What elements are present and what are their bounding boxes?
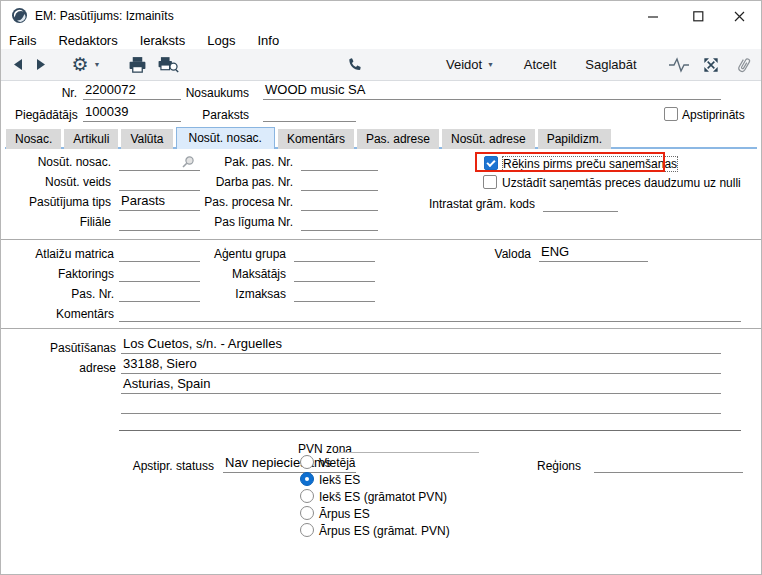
uzstadit-nulli-label[interactable]: Uzstādīt saņemtās preces daudzumu uz nul… <box>502 176 741 190</box>
pak-pas-nr-label: Pak. pas. Nr. <box>193 155 293 169</box>
maksatajs-label: Maksātājs <box>186 267 286 281</box>
maximize-button[interactable] <box>676 1 721 31</box>
menu-logs[interactable]: Logs <box>196 33 246 48</box>
regions-field[interactable] <box>594 455 743 473</box>
phone-button[interactable] <box>343 49 367 80</box>
radio-arpus-es-label[interactable]: Ārpus ES <box>319 507 370 521</box>
minimize-icon <box>648 11 659 22</box>
atcelt-button[interactable]: Atcelt <box>519 49 561 80</box>
address-line-1[interactable]: Los Cuetos, s/n. - Arguelles <box>121 336 721 354</box>
apstiprinats-label: Apstiprināts <box>682 108 745 122</box>
close-icon <box>734 11 745 22</box>
expand-button[interactable] <box>698 49 724 80</box>
pas-liguma-nr-field[interactable] <box>301 213 378 231</box>
menu-info[interactable]: Info <box>246 33 290 48</box>
tab-nosut-nosac[interactable]: Nosūt. nosac. <box>176 127 275 149</box>
activity-button[interactable] <box>666 49 692 80</box>
pasutijuma-tips-label: Pasūtījuma tips <box>11 195 111 209</box>
radio-vieteja[interactable] <box>300 455 314 469</box>
app-window: EM: Pasūtījums: Izmainīts Fails Redaktor… <box>0 0 762 575</box>
valoda-label: Valoda <box>431 247 531 261</box>
expand-icon <box>703 57 719 73</box>
regions-label: Reģions <box>481 459 581 473</box>
pas-liguma-nr-label: Pas līguma Nr. <box>193 215 293 229</box>
nosut-nosac-label: Nosūt. nosac. <box>11 155 111 169</box>
radio-ieks-es[interactable] <box>300 472 314 486</box>
agentu-grupa-label: Aģentu grupa <box>186 247 286 261</box>
menu-bar: Fails Redaktors Ieraksts Logs Info <box>1 31 761 49</box>
tab-nosac[interactable]: Nosac. <box>6 129 61 149</box>
radio-vieteja-label[interactable]: Vietējā <box>319 456 355 470</box>
apstiprinats-checkbox[interactable] <box>664 107 678 121</box>
app-logo-icon <box>11 7 28 28</box>
chevron-down-icon: ▼ <box>487 61 494 68</box>
pvn-zona-group-line <box>338 452 479 453</box>
radio-ieks-es-gramatot-label[interactable]: Iekš ES (grāmatot PVN) <box>319 490 447 504</box>
pas-procesa-nr-label: Pas. procesa Nr. <box>193 195 293 209</box>
pasutisanas-label: Pasūtīšanas <box>16 341 116 355</box>
pas-procesa-nr-field[interactable] <box>301 193 378 211</box>
intrastat-field[interactable] <box>543 194 618 212</box>
tab-artikuli[interactable]: Artikuli <box>64 129 118 149</box>
nosut-veids-field[interactable] <box>119 173 200 191</box>
tab-papildizm[interactable]: Papildizm. <box>538 129 611 149</box>
address-line-2[interactable]: 33188, Siero <box>121 356 721 374</box>
section-divider-dark <box>119 430 741 431</box>
maksatajs-field[interactable] <box>294 264 375 282</box>
print-preview-icon <box>157 56 179 74</box>
uzstadit-nulli-checkbox[interactable] <box>483 175 497 189</box>
radio-arpus-es-gramat-label[interactable]: Ārpus ES (grāmat. PVN) <box>319 524 450 538</box>
radio-arpus-es[interactable] <box>300 506 314 520</box>
phone-icon <box>346 56 364 74</box>
saglabat-label: Saglabāt <box>585 57 636 72</box>
maximize-icon <box>693 11 704 22</box>
print-preview-button[interactable] <box>154 49 182 80</box>
komentars-label: Komentārs <box>14 307 114 321</box>
menu-redaktors[interactable]: Redaktors <box>47 33 128 48</box>
atcelt-label: Atcelt <box>524 57 557 72</box>
back-button[interactable] <box>7 49 27 80</box>
title-bar: EM: Pasūtījums: Izmainīts <box>1 1 761 31</box>
paraksts-field[interactable] <box>263 104 356 122</box>
filiale-label: Filiāle <box>11 215 111 229</box>
nosaukums-label: Nosaukums <box>149 86 249 100</box>
tab-pas-adrese[interactable]: Pas. adrese <box>357 129 439 149</box>
menu-ieraksts[interactable]: Ieraksts <box>129 33 197 48</box>
radio-ieks-es-label[interactable]: Iekš ES <box>319 473 360 487</box>
toolbar: ⚙ ▼ Veidot ▼ <box>1 49 761 81</box>
radio-arpus-es-gramat[interactable] <box>300 523 314 537</box>
minimize-button[interactable] <box>631 1 676 31</box>
attachments-button[interactable] <box>730 49 756 80</box>
close-button[interactable] <box>717 1 761 31</box>
window-title: EM: Pasūtījums: Izmainīts <box>35 9 174 23</box>
komentars-field[interactable] <box>119 304 741 322</box>
forward-button[interactable] <box>31 49 51 80</box>
pasutijuma-tips-field[interactable]: Parasts <box>119 193 200 211</box>
rekins-pirms-precu-checkbox[interactable] <box>484 156 498 170</box>
tab-valuta[interactable]: Valūta <box>121 129 172 149</box>
filiale-field[interactable] <box>119 213 200 231</box>
izmaksas-label: Izmaksas <box>186 287 286 301</box>
section-divider <box>1 239 761 240</box>
pak-pas-nr-field[interactable] <box>301 153 378 171</box>
izmaksas-field[interactable] <box>294 284 375 302</box>
rekins-pirms-precu-label[interactable]: Rēķins pirms preču saņemšanas <box>503 157 677 171</box>
address-line-3[interactable]: Asturias, Spain <box>121 376 721 394</box>
print-button[interactable] <box>125 49 149 80</box>
printer-icon <box>128 56 147 74</box>
saglabat-button[interactable]: Saglabāt <box>583 49 639 80</box>
tab-nosut-adrese[interactable]: Nosūt. adrese <box>442 129 535 149</box>
agentu-grupa-field[interactable] <box>294 244 375 262</box>
darba-pas-nr-field[interactable] <box>301 173 378 191</box>
adrese-label: adrese <box>16 361 116 375</box>
menu-fails[interactable]: Fails <box>1 33 47 48</box>
valoda-field[interactable]: ENG <box>539 244 648 262</box>
address-line-4[interactable] <box>121 396 721 414</box>
pulse-icon <box>668 57 690 73</box>
nosaukums-field[interactable]: WOOD music SA <box>263 82 721 100</box>
radio-ieks-es-gramatot[interactable] <box>300 489 314 503</box>
operations-menu-button[interactable]: ⚙ ▼ <box>69 49 103 80</box>
paraksts-label: Paraksts <box>149 108 249 122</box>
tab-komentars[interactable]: Komentārs <box>278 129 354 149</box>
veidot-button[interactable]: Veidot ▼ <box>441 49 499 80</box>
